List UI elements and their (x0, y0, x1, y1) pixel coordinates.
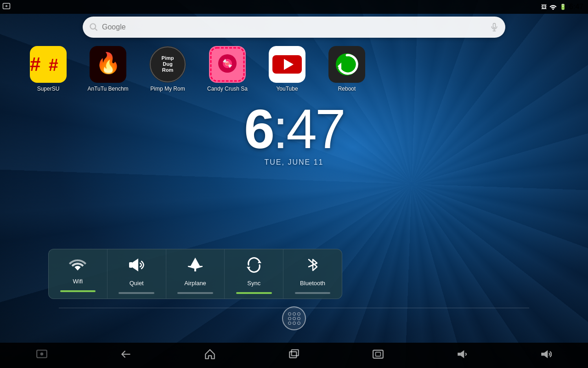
qs-airplane-indicator (177, 292, 213, 294)
qs-quiet[interactable]: Quiet (107, 249, 166, 299)
svg-rect-32 (289, 351, 296, 357)
qs-quiet-label: Quiet (130, 280, 144, 287)
app-reboot[interactable]: Reboot (322, 46, 372, 92)
clock-hours: 6 (244, 98, 273, 160)
app-icon-youtube (269, 46, 305, 83)
app-supersu[interactable]: # SuperSU (23, 46, 74, 92)
svg-line-3 (95, 29, 97, 31)
mic-icon[interactable] (490, 23, 499, 32)
wifi-icon (68, 257, 87, 274)
dots-grid-icon (288, 312, 300, 325)
app-label-candycrush: Candy Crush Sa (207, 86, 248, 92)
svg-rect-33 (292, 350, 299, 356)
qs-sync-label: Sync (247, 280, 260, 287)
clock-time: 6:47 (244, 101, 344, 156)
qs-wifi[interactable]: Wifi (49, 249, 107, 299)
app-youtube[interactable]: YouTube (262, 46, 312, 92)
qs-wifi-indicator (60, 290, 96, 292)
screenshot-status-icon: 🖼 (541, 4, 547, 10)
app-candycrush[interactable]: 🍬 Candy Crush Sa (202, 46, 253, 92)
qs-airplane-label: Airplane (184, 280, 206, 287)
volume-up-button[interactable] (531, 345, 561, 367)
status-bar: 🖼 🔋 6:47 (0, 0, 588, 14)
app-icon-candycrush: 🍬 (209, 46, 246, 83)
app-icon-pimpmyrom: Pimp Dug Rom (149, 46, 186, 83)
search-icon (89, 23, 98, 32)
svg-rect-4 (493, 23, 496, 28)
quiet-icon (127, 257, 146, 276)
app-row: # SuperSU 🔥 AnTuTu Benchm Pimp Dug Rom P… (23, 46, 565, 92)
app-label-youtube: YouTube (276, 86, 298, 92)
qs-sync-indicator (236, 292, 272, 294)
search-bar[interactable] (83, 17, 505, 38)
app-icon-antutu: 🔥 (90, 46, 126, 83)
svg-text:🔥: 🔥 (96, 51, 121, 75)
app-antutu[interactable]: 🔥 AnTuTu Benchm (83, 46, 133, 92)
qs-airplane[interactable]: Airplane (166, 249, 225, 299)
svg-point-2 (90, 24, 96, 29)
app-label-antutu: AnTuTu Benchm (87, 86, 128, 92)
app-icon-reboot (328, 46, 365, 83)
qs-sync[interactable]: Sync (225, 249, 283, 299)
svg-rect-34 (373, 350, 383, 358)
volume-down-button[interactable] (447, 345, 477, 367)
qs-bluetooth-label: Bluetooth (300, 280, 325, 287)
svg-text:Pimp: Pimp (162, 55, 174, 61)
app-label-reboot: Reboot (338, 86, 356, 92)
battery-status-icon: 🔋 (560, 4, 566, 10)
status-time: 6:47 (569, 3, 583, 11)
airplane-icon (186, 257, 204, 276)
back-button[interactable] (111, 345, 141, 367)
bluetooth-icon (305, 257, 321, 276)
svg-text:#: # (49, 55, 58, 75)
svg-text:Rom: Rom (162, 67, 174, 73)
app-drawer-button[interactable] (282, 306, 306, 330)
svg-point-31 (40, 352, 44, 356)
svg-rect-37 (542, 352, 545, 356)
nav-screenshot-icon (27, 345, 57, 366)
quick-settings-panel: Wifi Quiet Airplane (48, 249, 342, 299)
wifi-status-icon (549, 4, 557, 10)
search-input[interactable] (102, 23, 490, 31)
clock-colon: : (273, 98, 286, 160)
screenshot-capture-button[interactable] (363, 345, 393, 367)
svg-rect-27 (129, 262, 133, 268)
qs-bluetooth[interactable]: Bluetooth (283, 249, 342, 299)
home-button[interactable] (195, 345, 225, 367)
qs-wifi-label: Wifi (73, 278, 83, 285)
svg-text:🍬: 🍬 (222, 58, 233, 69)
svg-rect-36 (458, 352, 461, 356)
screenshot-icon (2, 2, 11, 12)
sync-icon (245, 257, 263, 276)
svg-point-1 (6, 5, 8, 7)
qs-bluetooth-indicator (295, 292, 331, 294)
app-pimpmyrom[interactable]: Pimp Dug Rom Pimp My Rom (142, 46, 193, 92)
svg-rect-35 (375, 352, 380, 356)
app-icon-supersu: # (30, 46, 67, 83)
clock-widget: 6:47 TUE, JUNE 11 (0, 101, 588, 167)
qs-quiet-indicator (119, 292, 154, 294)
clock-minutes: 47 (286, 98, 344, 160)
app-label-supersu: SuperSU (37, 86, 60, 92)
nav-bar (0, 343, 588, 368)
svg-text:Dug: Dug (163, 61, 172, 67)
recent-apps-button[interactable] (279, 345, 309, 367)
app-label-pimpmyrom: Pimp My Rom (150, 86, 185, 92)
